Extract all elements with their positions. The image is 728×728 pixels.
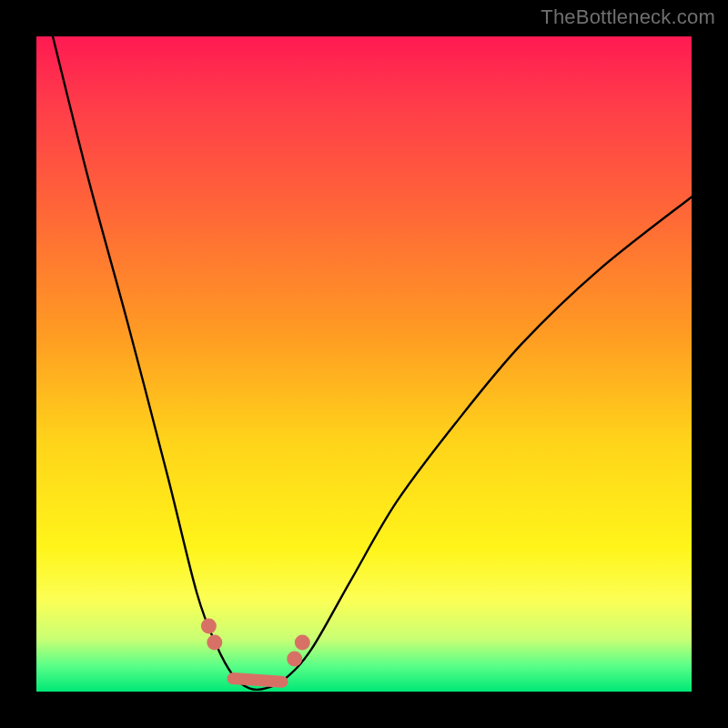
valley-floor-marker bbox=[233, 679, 282, 682]
watermark-text: TheBottleneck.com bbox=[541, 5, 715, 29]
plot-area bbox=[36, 36, 692, 692]
left-upper-dot bbox=[201, 619, 217, 634]
curve-layer bbox=[36, 36, 692, 692]
marker-dots bbox=[201, 619, 310, 667]
right-lower-dot bbox=[287, 652, 302, 667]
left-lower-dot bbox=[207, 635, 222, 651]
chart-frame: TheBottleneck.com bbox=[0, 0, 728, 728]
bottleneck-curve bbox=[53, 36, 692, 690]
right-upper-dot bbox=[295, 635, 310, 651]
